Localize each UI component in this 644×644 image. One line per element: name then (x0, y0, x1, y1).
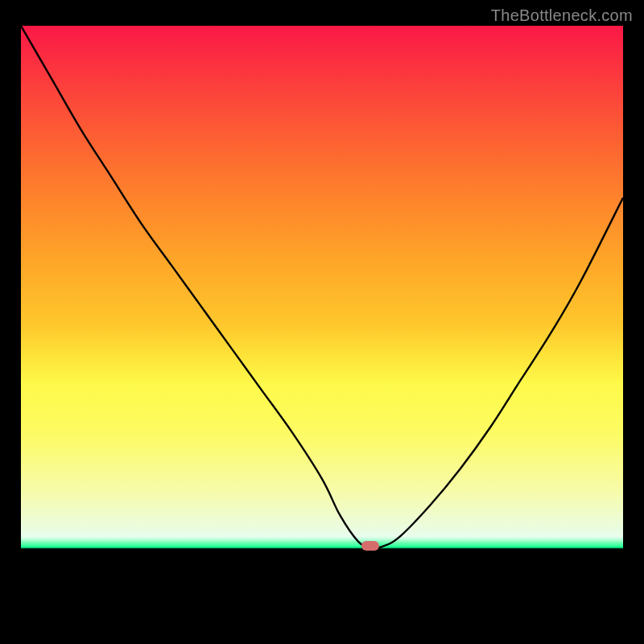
chart-frame: TheBottleneck.com (0, 0, 644, 644)
plot-area (21, 26, 623, 623)
bottleneck-curve-path (21, 26, 623, 547)
curve-svg (21, 26, 623, 623)
optimal-marker (361, 541, 379, 551)
attribution-label: TheBottleneck.com (491, 6, 633, 25)
